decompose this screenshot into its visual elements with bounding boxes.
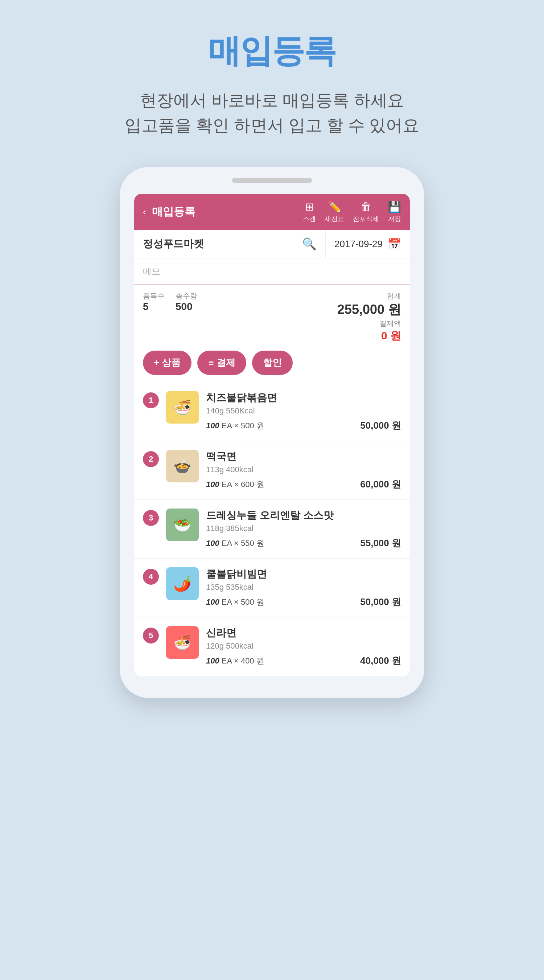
trash-icon: 🗑 — [360, 201, 371, 213]
save-label: 저장 — [388, 215, 401, 223]
count-label: 품목수 — [143, 291, 165, 301]
scan-label: 스캔 — [303, 215, 316, 223]
product-item[interactable]: 3 🥗 드레싱누들 오리엔탈 소스맛 118g 385kcal 100 EA ×… — [134, 500, 410, 558]
payment-button[interactable]: ≡ 결제 — [197, 351, 246, 375]
total-qty-col: 총수량 500 — [176, 291, 197, 312]
qty-label: 총수량 — [176, 291, 197, 301]
product-item[interactable]: 5 🍜 신라면 120g 500kcal 100 EA × 400 원 40,0… — [134, 617, 410, 676]
product-name: 떡국면 — [206, 450, 401, 463]
product-price-row: 100 EA × 500 원 50,000 원 — [206, 419, 401, 432]
new-bill-action[interactable]: ✏️ 새전표 — [325, 200, 344, 223]
product-qty: 100 — [206, 656, 219, 665]
header-title: 매입등록 — [152, 204, 303, 219]
summary-row: 품목수 5 총수량 500 합계 255,000 원 결제액 0 원 — [134, 285, 410, 346]
count-value: 5 — [143, 301, 165, 312]
edit-icon: ✏️ — [328, 200, 341, 213]
item-count-col: 품목수 5 — [143, 291, 165, 312]
product-total: 40,000 원 — [360, 654, 401, 667]
product-qty-price: 100 EA × 500 원 — [206, 420, 264, 431]
store-row: 정성푸드마켓 🔍 2017-09-29 📅 — [134, 230, 410, 258]
product-qty-price: 100 EA × 500 원 — [206, 597, 264, 608]
qty-value: 500 — [176, 301, 197, 312]
product-qty: 100 — [206, 480, 219, 489]
product-price-row: 100 EA × 550 원 55,000 원 — [206, 537, 401, 549]
summary-left: 품목수 5 총수량 500 — [143, 291, 337, 312]
product-total: 50,000 원 — [360, 596, 401, 608]
product-image: 🍜 — [166, 626, 199, 659]
product-item[interactable]: 2 🍲 떡국면 113g 400kcal 100 EA × 600 원 60,0… — [134, 441, 410, 500]
date-display: 2017-09-29 — [335, 239, 382, 250]
product-info: 쿨불닭비빔면 135g 535kcal 100 EA × 500 원 50,00… — [206, 567, 401, 608]
product-total: 60,000 원 — [360, 478, 401, 491]
delete-all-action[interactable]: 🗑 전포식제 — [353, 201, 379, 223]
product-number: 5 — [143, 628, 159, 644]
product-price-row: 100 EA × 400 원 40,000 원 — [206, 654, 401, 667]
store-name: 정성푸드마켓 — [143, 237, 302, 251]
header-actions: ⊞ 스캔 ✏️ 새전표 🗑 전포식제 💾 저장 — [303, 200, 401, 223]
product-price-row: 100 EA × 600 원 60,000 원 — [206, 478, 401, 491]
product-image: 🥗 — [166, 509, 199, 541]
search-icon[interactable]: 🔍 — [302, 237, 317, 251]
product-list: 1 🍜 치즈불닭볶음면 140g 550Kcal 100 EA × 500 원 … — [134, 382, 410, 676]
product-price-row: 100 EA × 500 원 50,000 원 — [206, 596, 401, 608]
product-qty-price: 100 EA × 600 원 — [206, 479, 264, 490]
app-header: ‹ 매입등록 ⊞ 스캔 ✏️ 새전표 🗑 전포식제 💾 저장 — [134, 194, 410, 230]
product-weight: 113g 400kcal — [206, 465, 401, 474]
payment-value: 0 원 — [381, 328, 401, 344]
new-bill-label: 새전표 — [325, 215, 344, 223]
delete-all-label: 전포식제 — [353, 215, 379, 223]
product-name: 드레싱누들 오리엔탈 소스맛 — [206, 509, 401, 522]
product-info: 떡국면 113g 400kcal 100 EA × 600 원 60,000 원 — [206, 450, 401, 491]
product-image: 🍲 — [166, 450, 199, 482]
save-action[interactable]: 💾 저장 — [388, 200, 401, 223]
product-number: 4 — [143, 569, 159, 585]
page-title: 매입등록 — [208, 29, 336, 73]
phone-notch — [232, 178, 312, 183]
memo-row[interactable]: 메모 — [134, 258, 410, 285]
calendar-icon[interactable]: 📅 — [388, 238, 401, 250]
product-qty: 100 — [206, 421, 219, 430]
product-qty: 100 — [206, 597, 219, 606]
product-info: 치즈불닭볶음면 140g 550Kcal 100 EA × 500 원 50,0… — [206, 391, 401, 432]
product-image: 🍜 — [166, 391, 199, 423]
summary-right: 합계 255,000 원 결제액 0 원 — [337, 291, 401, 344]
phone-mockup: ‹ 매입등록 ⊞ 스캔 ✏️ 새전표 🗑 전포식제 💾 저장 — [120, 167, 424, 698]
app-screen: ‹ 매입등록 ⊞ 스캔 ✏️ 새전표 🗑 전포식제 💾 저장 — [134, 194, 410, 676]
product-info: 신라면 120g 500kcal 100 EA × 400 원 40,000 원 — [206, 626, 401, 667]
product-info: 드레싱누들 오리엔탈 소스맛 118g 385kcal 100 EA × 550… — [206, 509, 401, 549]
product-weight: 118g 385kcal — [206, 524, 401, 533]
action-buttons: + 상품 ≡ 결제 할인 — [134, 346, 410, 382]
product-qty-price: 100 EA × 550 원 — [206, 538, 264, 549]
product-number: 1 — [143, 392, 159, 408]
date-section: 2017-09-29 📅 — [326, 230, 410, 258]
product-total: 55,000 원 — [360, 537, 401, 549]
memo-placeholder: 메모 — [143, 266, 160, 276]
product-item[interactable]: 4 🌶️ 쿨불닭비빔면 135g 535kcal 100 EA × 500 원 … — [134, 558, 410, 617]
product-weight: 135g 535kcal — [206, 582, 401, 592]
product-number: 3 — [143, 510, 159, 526]
add-product-button[interactable]: + 상품 — [143, 351, 192, 375]
product-weight: 120g 500kcal — [206, 641, 401, 651]
product-total: 50,000 원 — [360, 419, 401, 432]
product-image: 🌶️ — [166, 567, 199, 600]
total-label: 합계 — [387, 291, 401, 301]
scan-icon: ⊞ — [305, 200, 314, 213]
product-name: 신라면 — [206, 626, 401, 640]
page-subtitle: 현장에서 바로바로 매입등록 하세요 입고품을 확인 하면서 입고 할 수 있어… — [125, 88, 420, 138]
payment-label: 결제액 — [379, 319, 401, 328]
store-name-section: 정성푸드마켓 🔍 — [134, 230, 326, 258]
product-weight: 140g 550Kcal — [206, 406, 401, 415]
total-value: 255,000 원 — [337, 301, 401, 319]
back-button[interactable]: ‹ — [143, 206, 146, 217]
product-qty-price: 100 EA × 400 원 — [206, 655, 264, 667]
save-icon: 💾 — [388, 200, 401, 213]
discount-button[interactable]: 할인 — [252, 351, 293, 375]
product-item[interactable]: 1 🍜 치즈불닭볶음면 140g 550Kcal 100 EA × 500 원 … — [134, 382, 410, 441]
product-qty: 100 — [206, 539, 219, 548]
product-number: 2 — [143, 451, 159, 467]
product-name: 쿨불닭비빔면 — [206, 567, 401, 581]
scan-action[interactable]: ⊞ 스캔 — [303, 200, 316, 223]
product-name: 치즈불닭볶음면 — [206, 391, 401, 405]
